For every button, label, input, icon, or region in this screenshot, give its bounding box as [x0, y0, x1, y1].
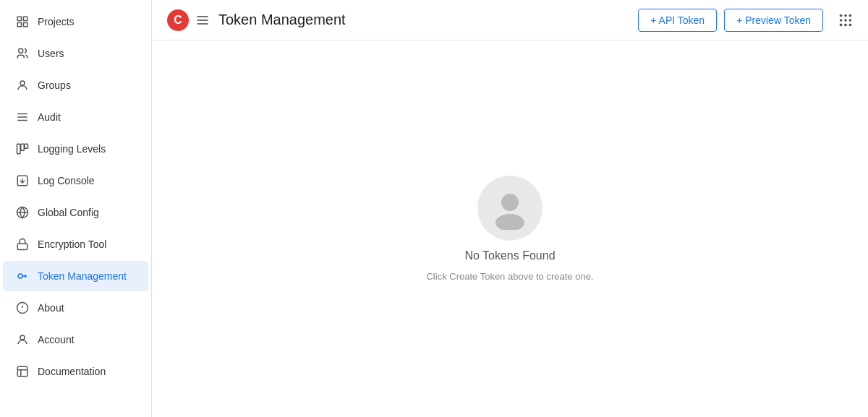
svg-point-5 — [20, 81, 25, 85]
sidebar-item-logging-levels[interactable]: Logging Levels — [3, 134, 148, 164]
svg-point-33 — [844, 14, 847, 17]
account-icon — [14, 332, 30, 348]
empty-avatar-icon — [488, 186, 532, 230]
sidebar-label-users: Users — [38, 48, 64, 59]
sidebar-item-audit[interactable]: Audit — [3, 102, 148, 132]
empty-subtitle: Click Create Token above to create one. — [426, 271, 593, 282]
app-logo: C — [166, 9, 190, 32]
sidebar-item-groups[interactable]: Groups — [3, 70, 148, 100]
sidebar-label-groups: Groups — [38, 79, 71, 91]
svg-rect-2 — [17, 23, 21, 27]
svg-point-37 — [849, 19, 852, 22]
sidebar-item-token-management[interactable]: Token Management — [3, 261, 148, 291]
preview-token-button[interactable]: + Preview Token — [724, 9, 823, 32]
main-area: C Token Management + API Token + Preview… — [152, 0, 868, 417]
sidebar-label-documentation: Documentation — [38, 366, 106, 377]
svg-rect-0 — [17, 17, 21, 20]
svg-point-39 — [844, 23, 847, 26]
sidebar-label-audit: Audit — [38, 111, 61, 123]
sidebar-label-log-console: Log Console — [38, 175, 95, 186]
svg-rect-9 — [17, 144, 21, 154]
sidebar-item-about[interactable]: About — [3, 293, 148, 323]
encryption-icon — [14, 236, 30, 252]
header-buttons: + API Token + Preview Token — [638, 9, 823, 32]
sidebar-label-encryption-tool: Encryption Tool — [38, 238, 106, 250]
sidebar: Projects Users Groups Audit Logging Leve… — [0, 0, 152, 417]
content-area: No Tokens Found Click Create Token above… — [152, 40, 868, 417]
svg-point-17 — [18, 274, 22, 278]
sidebar-label-projects: Projects — [38, 16, 75, 27]
about-icon — [14, 300, 30, 316]
log-console-icon — [14, 173, 30, 189]
svg-rect-24 — [17, 366, 27, 377]
hamburger-icon[interactable] — [195, 13, 210, 27]
audit-icon — [14, 109, 30, 125]
users-icon — [14, 46, 30, 61]
sidebar-item-global-config[interactable]: Global Config — [3, 197, 148, 228]
sidebar-label-token-management: Token Management — [38, 270, 127, 282]
empty-state: No Tokens Found Click Create Token above… — [426, 176, 593, 282]
svg-rect-16 — [17, 244, 27, 249]
sidebar-label-about: About — [38, 302, 64, 314]
svg-point-35 — [840, 19, 843, 22]
groups-icon — [14, 77, 30, 93]
documentation-icon — [14, 364, 30, 379]
svg-point-41 — [501, 194, 519, 211]
sidebar-item-users[interactable]: Users — [3, 38, 148, 69]
sidebar-item-log-console[interactable]: Log Console — [3, 165, 148, 196]
svg-rect-1 — [24, 17, 27, 20]
sidebar-item-account[interactable]: Account — [3, 324, 148, 355]
svg-point-40 — [849, 23, 852, 26]
token-management-icon — [14, 268, 30, 284]
sidebar-item-encryption-tool[interactable]: Encryption Tool — [3, 229, 148, 259]
page-title: Token Management — [218, 12, 638, 28]
svg-point-4 — [19, 48, 23, 53]
svg-point-38 — [840, 23, 843, 26]
sidebar-label-global-config: Global Config — [38, 207, 99, 218]
svg-point-23 — [20, 335, 25, 340]
svg-rect-3 — [24, 23, 27, 27]
svg-point-42 — [495, 214, 524, 230]
svg-point-32 — [840, 14, 843, 17]
sidebar-item-projects[interactable]: Projects — [3, 7, 148, 37]
empty-avatar — [477, 176, 542, 241]
svg-rect-11 — [25, 144, 28, 148]
svg-rect-10 — [21, 144, 25, 150]
svg-point-36 — [844, 19, 847, 22]
sidebar-item-documentation[interactable]: Documentation — [3, 356, 148, 387]
svg-text:C: C — [174, 14, 182, 26]
svg-point-34 — [849, 14, 852, 17]
apps-grid-icon[interactable] — [838, 12, 854, 28]
logging-icon — [14, 141, 30, 157]
api-token-button[interactable]: + API Token — [638, 9, 717, 32]
header: C Token Management + API Token + Preview… — [152, 0, 868, 40]
gear-logo-icon: C — [166, 9, 190, 32]
sidebar-label-logging-levels: Logging Levels — [38, 143, 106, 155]
sidebar-label-account: Account — [38, 334, 75, 345]
global-config-icon — [14, 205, 30, 220]
projects-icon — [14, 14, 30, 30]
empty-title: No Tokens Found — [464, 249, 555, 262]
